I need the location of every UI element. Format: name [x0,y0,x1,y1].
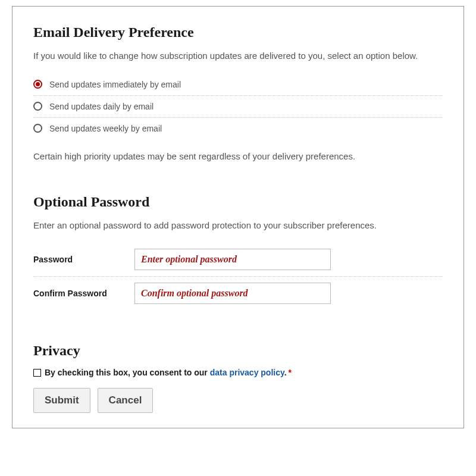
cancel-button[interactable]: Cancel [98,388,154,413]
password-input[interactable] [134,249,331,270]
confirm-password-row: Confirm Password [33,277,443,310]
privacy-title: Privacy [33,343,443,359]
preferences-form: Email Delivery Preference If you would l… [12,6,464,428]
radio-label: Send updates weekly by email [49,124,162,133]
privacy-period: . [284,368,287,377]
privacy-policy-link[interactable]: data privacy policy [210,368,284,377]
privacy-section: Privacy By checking this box, you consen… [33,343,443,413]
action-buttons: Submit Cancel [33,388,443,413]
confirm-password-label: Confirm Password [33,289,134,298]
delivery-note: Certain high priority updates may be sen… [33,151,443,161]
radio-icon [33,102,42,111]
delivery-option-immediate[interactable]: Send updates immediately by email [33,74,443,96]
delivery-title: Email Delivery Preference [33,24,443,40]
password-desc: Enter an optional password to add passwo… [33,219,443,233]
password-title: Optional Password [33,194,443,210]
password-section: Optional Password Enter an optional pass… [33,194,443,311]
privacy-consent-text: By checking this box, you consent to our [45,368,210,377]
password-label: Password [33,255,134,264]
radio-label: Send updates immediately by email [49,80,181,89]
privacy-consent-row: By checking this box, you consent to our… [33,368,443,377]
radio-label: Send updates daily by email [49,102,154,111]
password-row: Password [33,243,443,277]
delivery-options: Send updates immediately by email Send u… [33,74,443,139]
submit-button[interactable]: Submit [33,388,90,413]
confirm-password-input[interactable] [134,283,331,304]
delivery-option-daily[interactable]: Send updates daily by email [33,96,443,118]
radio-icon [33,80,42,89]
delivery-desc: If you would like to change how subscrip… [33,49,443,63]
delivery-section: Email Delivery Preference If you would l… [33,24,443,161]
required-indicator: * [289,368,292,377]
delivery-option-weekly[interactable]: Send updates weekly by email [33,118,443,139]
password-fields: Password Confirm Password [33,243,443,310]
privacy-checkbox[interactable] [33,369,41,377]
radio-icon [33,124,42,133]
